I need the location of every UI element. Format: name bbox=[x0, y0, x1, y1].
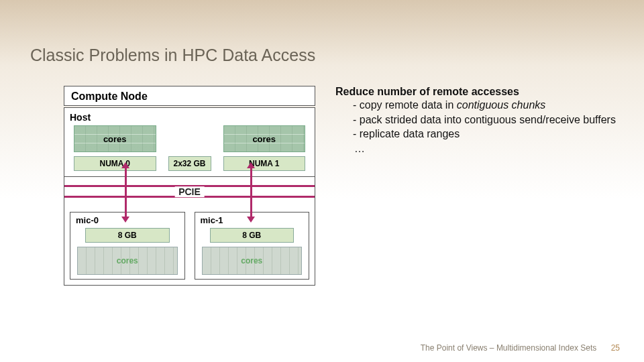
bullet-text-emph: contiguous chunks bbox=[457, 99, 546, 111]
bullet-text: copy remote data in bbox=[360, 99, 457, 111]
host-label: Host bbox=[70, 112, 311, 123]
numa1-cores: cores bbox=[223, 125, 306, 152]
mic0-memory: 8 GB bbox=[85, 228, 170, 243]
pcie-interconnect: PCIE bbox=[64, 177, 315, 208]
pcie-arrow-icon bbox=[121, 177, 129, 208]
slide-footer: The Point of Views – Multidimensional In… bbox=[421, 343, 620, 353]
host-memory-label: 2x32 GB bbox=[168, 156, 211, 171]
mic1-memory: 8 GB bbox=[210, 228, 294, 243]
host-memory-column: 2x32 GB bbox=[168, 125, 211, 171]
numa0-cores: cores bbox=[74, 125, 156, 152]
compute-node-label: Compute Node bbox=[71, 90, 308, 103]
bullet-item: pack strided data into contiguous send/r… bbox=[353, 113, 624, 127]
numa1-column: cores NUMA 1 bbox=[223, 125, 306, 171]
slide-title: Classic Problems in HPC Data Access bbox=[30, 46, 315, 65]
mic-row: mic-0 8 GB cores mic-1 8 GB cores bbox=[64, 208, 315, 286]
numa1-label: NUMA 1 bbox=[223, 156, 306, 171]
pcie-label: PCIE bbox=[174, 186, 205, 197]
ellipsis: … bbox=[354, 143, 624, 155]
page-number: 25 bbox=[611, 343, 620, 353]
footer-text: The Point of Views – Multidimensional In… bbox=[421, 343, 597, 353]
content-text: Reduce number of remote accesses copy re… bbox=[335, 86, 624, 155]
compute-node-box: Compute Node bbox=[64, 86, 315, 106]
bullet-item: copy remote data in contiguous chunks bbox=[353, 98, 624, 113]
content-heading: Reduce number of remote accesses bbox=[335, 86, 624, 98]
numa0-label: NUMA 0 bbox=[74, 156, 156, 171]
architecture-diagram: Compute Node Host cores NUMA 0 2x32 GB c… bbox=[64, 86, 315, 286]
mic0-cores: cores bbox=[77, 247, 178, 275]
host-box: Host cores NUMA 0 2x32 GB cores NUMA 1 bbox=[64, 107, 315, 177]
pcie-arrow-icon bbox=[247, 177, 255, 208]
mic1-cores: cores bbox=[202, 247, 303, 275]
numa0-column: cores NUMA 0 bbox=[74, 125, 156, 171]
bullet-item: replicate data ranges bbox=[353, 127, 624, 141]
